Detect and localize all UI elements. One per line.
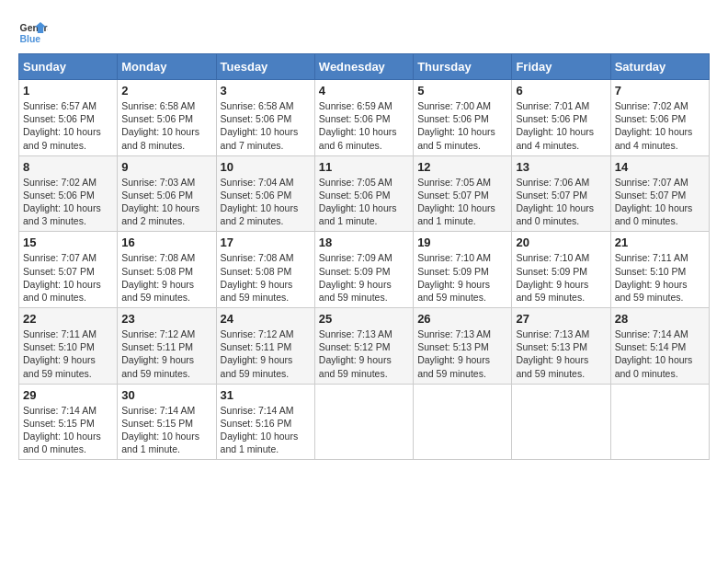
day-number: 20 — [516, 236, 606, 249]
calendar-week-row: 8Sunrise: 7:02 AM Sunset: 5:06 PM Daylig… — [19, 155, 710, 232]
calendar-day-cell: 28Sunrise: 7:14 AM Sunset: 5:14 PM Dayli… — [610, 308, 709, 385]
day-header-monday: Monday — [118, 54, 216, 80]
calendar-day-cell: 15Sunrise: 7:07 AM Sunset: 5:07 PM Dayli… — [19, 232, 118, 308]
calendar-day-cell: 26Sunrise: 7:13 AM Sunset: 5:13 PM Dayli… — [414, 308, 512, 385]
day-info: Sunrise: 7:11 AM Sunset: 5:10 PM Dayligh… — [23, 327, 113, 380]
day-info: Sunrise: 7:02 AM Sunset: 5:06 PM Dayligh… — [23, 176, 113, 228]
day-info: Sunrise: 7:00 AM Sunset: 5:06 PM Dayligh… — [417, 99, 507, 152]
calendar-day-cell: 10Sunrise: 7:04 AM Sunset: 5:06 PM Dayli… — [216, 155, 314, 232]
day-number: 22 — [23, 312, 113, 326]
day-number: 1 — [23, 84, 113, 98]
day-number: 19 — [417, 236, 507, 249]
day-info: Sunrise: 7:02 AM Sunset: 5:06 PM Dayligh… — [615, 99, 705, 152]
calendar-day-cell: 30Sunrise: 7:14 AM Sunset: 5:15 PM Dayli… — [118, 384, 216, 460]
day-info: Sunrise: 7:14 AM Sunset: 5:15 PM Dayligh… — [121, 404, 211, 456]
calendar-week-row: 22Sunrise: 7:11 AM Sunset: 5:10 PM Dayli… — [19, 308, 710, 385]
calendar-day-cell: 18Sunrise: 7:09 AM Sunset: 5:09 PM Dayli… — [314, 232, 413, 308]
day-number: 10 — [221, 160, 311, 174]
calendar-day-cell: 5Sunrise: 7:00 AM Sunset: 5:06 PM Daylig… — [414, 80, 512, 156]
day-number: 23 — [121, 312, 211, 326]
calendar-day-cell: 4Sunrise: 6:59 AM Sunset: 5:06 PM Daylig… — [314, 80, 413, 156]
calendar-day-cell: 6Sunrise: 7:01 AM Sunset: 5:06 PM Daylig… — [512, 80, 610, 156]
day-number: 2 — [121, 84, 211, 98]
day-number: 13 — [516, 160, 606, 174]
day-info: Sunrise: 7:10 AM Sunset: 5:09 PM Dayligh… — [417, 251, 507, 304]
calendar-day-cell: 19Sunrise: 7:10 AM Sunset: 5:09 PM Dayli… — [414, 232, 512, 308]
calendar-day-cell: 9Sunrise: 7:03 AM Sunset: 5:06 PM Daylig… — [118, 155, 216, 232]
header: General Blue — [18, 18, 710, 48]
calendar-day-cell: 31Sunrise: 7:14 AM Sunset: 5:16 PM Dayli… — [216, 384, 314, 460]
day-number: 15 — [23, 236, 113, 249]
calendar-day-cell: 8Sunrise: 7:02 AM Sunset: 5:06 PM Daylig… — [19, 155, 118, 232]
calendar-day-cell: 20Sunrise: 7:10 AM Sunset: 5:09 PM Dayli… — [512, 232, 610, 308]
calendar-day-cell: 21Sunrise: 7:11 AM Sunset: 5:10 PM Dayli… — [610, 232, 709, 308]
day-info: Sunrise: 6:58 AM Sunset: 5:06 PM Dayligh… — [121, 99, 211, 152]
day-info: Sunrise: 6:59 AM Sunset: 5:06 PM Dayligh… — [319, 99, 409, 152]
day-info: Sunrise: 7:14 AM Sunset: 5:14 PM Dayligh… — [615, 327, 705, 380]
day-info: Sunrise: 7:13 AM Sunset: 5:13 PM Dayligh… — [516, 327, 606, 380]
day-info: Sunrise: 7:12 AM Sunset: 5:11 PM Dayligh… — [121, 327, 211, 380]
day-info: Sunrise: 7:04 AM Sunset: 5:06 PM Dayligh… — [221, 176, 311, 228]
empty-cell — [610, 384, 709, 460]
calendar-day-cell: 17Sunrise: 7:08 AM Sunset: 5:08 PM Dayli… — [216, 232, 314, 308]
calendar-day-cell: 22Sunrise: 7:11 AM Sunset: 5:10 PM Dayli… — [19, 308, 118, 385]
calendar-day-cell: 25Sunrise: 7:13 AM Sunset: 5:12 PM Dayli… — [314, 308, 413, 385]
day-info: Sunrise: 7:05 AM Sunset: 5:06 PM Dayligh… — [319, 176, 409, 228]
calendar-body: 1Sunrise: 6:57 AM Sunset: 5:06 PM Daylig… — [19, 80, 710, 460]
calendar-day-cell: 2Sunrise: 6:58 AM Sunset: 5:06 PM Daylig… — [118, 80, 216, 156]
logo-icon: General Blue — [18, 18, 48, 48]
day-number: 14 — [615, 160, 705, 174]
day-number: 8 — [23, 160, 113, 174]
calendar-table: SundayMondayTuesdayWednesdayThursdayFrid… — [18, 53, 710, 460]
calendar-week-row: 29Sunrise: 7:14 AM Sunset: 5:15 PM Dayli… — [19, 384, 710, 460]
calendar-day-cell: 7Sunrise: 7:02 AM Sunset: 5:06 PM Daylig… — [610, 80, 709, 156]
day-number: 3 — [221, 84, 311, 98]
day-number: 25 — [319, 312, 409, 326]
svg-text:Blue: Blue — [20, 34, 41, 44]
day-number: 12 — [417, 160, 507, 174]
day-info: Sunrise: 7:13 AM Sunset: 5:13 PM Dayligh… — [417, 327, 507, 380]
day-info: Sunrise: 7:08 AM Sunset: 5:08 PM Dayligh… — [121, 251, 211, 304]
day-info: Sunrise: 7:14 AM Sunset: 5:15 PM Dayligh… — [23, 404, 113, 456]
calendar-header-row: SundayMondayTuesdayWednesdayThursdayFrid… — [19, 54, 710, 80]
calendar-day-cell: 11Sunrise: 7:05 AM Sunset: 5:06 PM Dayli… — [314, 155, 413, 232]
day-header-friday: Friday — [512, 54, 610, 80]
calendar-day-cell: 3Sunrise: 6:58 AM Sunset: 5:06 PM Daylig… — [216, 80, 314, 156]
calendar-day-cell: 14Sunrise: 7:07 AM Sunset: 5:07 PM Dayli… — [610, 155, 709, 232]
day-number: 26 — [417, 312, 507, 326]
day-number: 16 — [121, 236, 211, 249]
day-number: 7 — [615, 84, 705, 98]
calendar-day-cell: 24Sunrise: 7:12 AM Sunset: 5:11 PM Dayli… — [216, 308, 314, 385]
day-info: Sunrise: 7:06 AM Sunset: 5:07 PM Dayligh… — [516, 176, 606, 228]
day-number: 27 — [516, 312, 606, 326]
day-number: 4 — [319, 84, 409, 98]
day-number: 9 — [121, 160, 211, 174]
day-info: Sunrise: 7:11 AM Sunset: 5:10 PM Dayligh… — [615, 251, 705, 304]
calendar-day-cell: 12Sunrise: 7:05 AM Sunset: 5:07 PM Dayli… — [414, 155, 512, 232]
day-info: Sunrise: 7:12 AM Sunset: 5:11 PM Dayligh… — [221, 327, 311, 380]
calendar-day-cell: 23Sunrise: 7:12 AM Sunset: 5:11 PM Dayli… — [118, 308, 216, 385]
day-header-thursday: Thursday — [414, 54, 512, 80]
day-header-wednesday: Wednesday — [314, 54, 413, 80]
day-info: Sunrise: 7:14 AM Sunset: 5:16 PM Dayligh… — [221, 404, 311, 456]
day-info: Sunrise: 6:57 AM Sunset: 5:06 PM Dayligh… — [23, 99, 113, 152]
day-header-sunday: Sunday — [19, 54, 118, 80]
day-number: 5 — [417, 84, 507, 98]
day-info: Sunrise: 7:13 AM Sunset: 5:12 PM Dayligh… — [319, 327, 409, 380]
empty-cell — [314, 384, 413, 460]
day-number: 28 — [615, 312, 705, 326]
day-header-tuesday: Tuesday — [216, 54, 314, 80]
calendar-day-cell: 13Sunrise: 7:06 AM Sunset: 5:07 PM Dayli… — [512, 155, 610, 232]
day-number: 17 — [221, 236, 311, 249]
day-number: 6 — [516, 84, 606, 98]
day-number: 30 — [121, 388, 211, 402]
day-info: Sunrise: 7:08 AM Sunset: 5:08 PM Dayligh… — [221, 251, 311, 304]
day-header-saturday: Saturday — [610, 54, 709, 80]
day-number: 11 — [319, 160, 409, 174]
day-number: 21 — [615, 236, 705, 249]
calendar-day-cell: 1Sunrise: 6:57 AM Sunset: 5:06 PM Daylig… — [19, 80, 118, 156]
day-info: Sunrise: 7:07 AM Sunset: 5:07 PM Dayligh… — [615, 176, 705, 228]
day-info: Sunrise: 7:07 AM Sunset: 5:07 PM Dayligh… — [23, 251, 113, 304]
calendar-day-cell: 27Sunrise: 7:13 AM Sunset: 5:13 PM Dayli… — [512, 308, 610, 385]
day-info: Sunrise: 6:58 AM Sunset: 5:06 PM Dayligh… — [221, 99, 311, 152]
